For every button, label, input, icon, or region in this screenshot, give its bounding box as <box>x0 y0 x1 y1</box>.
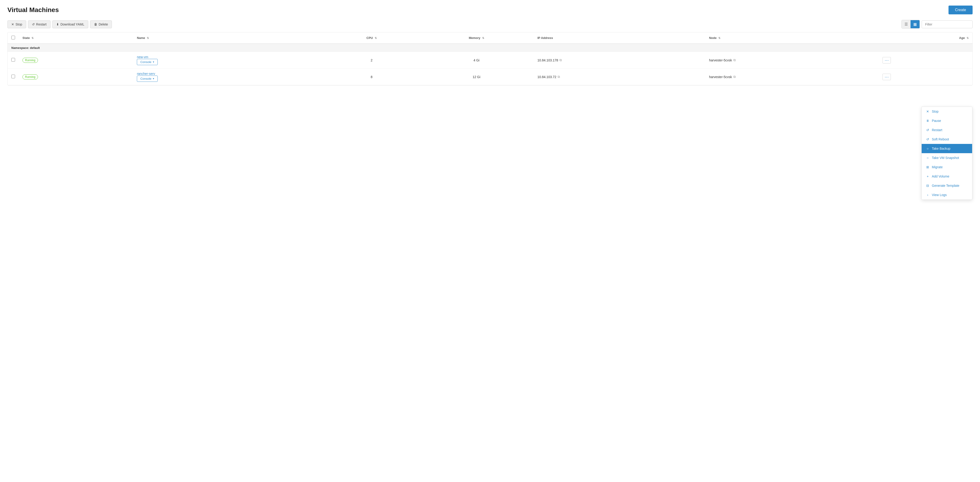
stop-label: Stop <box>932 110 939 113</box>
row-memory: 4 Gi <box>419 52 534 69</box>
generate-template-label: Generate Template <box>932 184 959 187</box>
page-header: Virtual Machines Create <box>7 6 973 14</box>
console-label: Console <box>140 77 151 80</box>
console-button[interactable]: Console▾ <box>137 75 158 82</box>
restart-button[interactable]: ↺ Restart <box>28 21 51 28</box>
namespace-value: default <box>30 46 40 49</box>
delete-label: Delete <box>99 22 108 26</box>
generate-template-icon: ⊟ <box>926 184 929 187</box>
row-age: ⋯ <box>877 69 972 85</box>
download-yaml-label: Download YAML <box>60 22 84 26</box>
migrate-label: Migrate <box>932 165 943 169</box>
cpu-header-label: CPU <box>367 36 373 40</box>
menu-item-soft-reboot[interactable]: ↺ Soft Reboot <box>922 135 972 144</box>
cpu-sort-icon[interactable]: ⇅ <box>375 37 377 39</box>
delete-icon: 🗑 <box>94 22 97 26</box>
row-age: ⋯ <box>877 52 972 69</box>
row-ip: 10.84.103.178 ⧉ <box>534 52 705 69</box>
menu-item-view-logs[interactable]: › View Logs <box>922 190 972 200</box>
stop-icon: ✕ <box>926 110 929 113</box>
copy-node-icon[interactable]: ⧉ <box>733 75 736 79</box>
download-yaml-button[interactable]: ⬇ Download YAML <box>52 21 88 28</box>
row-checkbox-cell <box>8 69 19 85</box>
state-badge: Running <box>22 74 38 80</box>
menu-item-take-backup[interactable]: ○ Take Backup <box>922 144 972 153</box>
row-checkbox[interactable] <box>11 75 15 78</box>
take-backup-label: Take Backup <box>932 147 950 150</box>
vm-name-link[interactable]: rancher-serv <box>137 72 155 75</box>
menu-item-pause[interactable]: ⏸ Pause <box>922 116 972 125</box>
chevron-down-icon: ▾ <box>153 77 154 80</box>
take-vm-snapshot-label: Take VM Snapshot <box>932 156 959 160</box>
menu-item-stop[interactable]: ✕ Stop <box>922 107 972 116</box>
row-state: Running <box>19 52 133 69</box>
copy-ip-icon[interactable]: ⧉ <box>560 58 562 62</box>
row-actions-button[interactable]: ⋯ <box>883 74 891 80</box>
context-menu: ✕ Stop ⏸ Pause ↺ Restart ↺ Soft Reboot ○… <box>921 107 972 200</box>
add-volume-label: Add Volume <box>932 174 950 178</box>
age-header-label: Age <box>959 36 965 40</box>
menu-item-generate-template[interactable]: ⊟ Generate Template <box>922 181 972 190</box>
restart-label: Restart <box>932 128 942 132</box>
view-logs-icon: › <box>926 193 929 197</box>
memory-header-label: Memory <box>469 36 480 40</box>
main-page: Virtual Machines Create ✕ Stop ↺ Restart… <box>0 0 980 482</box>
row-cpu: 2 <box>324 52 419 69</box>
ip-header-label: IP Address <box>538 36 553 40</box>
node-value: harvester-5cvsk <box>709 75 732 79</box>
menu-item-add-volume[interactable]: + Add Volume <box>922 172 972 181</box>
age-sort-icon[interactable]: ⇅ <box>967 37 969 39</box>
state-sort-icon[interactable]: ⇅ <box>32 37 33 39</box>
header-checkbox-cell <box>8 32 19 43</box>
row-state: Running <box>19 69 133 85</box>
list-view-button[interactable]: ☰ <box>902 20 910 28</box>
console-button[interactable]: Console▾ <box>137 59 158 65</box>
restart-label: Restart <box>36 22 46 26</box>
row-actions-button[interactable]: ⋯ <box>883 57 891 64</box>
age-cell: ⋯ <box>881 74 969 80</box>
delete-button[interactable]: 🗑 Delete <box>90 21 112 28</box>
vm-table: State ⇅ Name ⇅ CPU ⇅ Memory ⇅ <box>8 32 972 85</box>
vm-name-link[interactable]: new-vm <box>137 55 148 59</box>
node-sort-icon[interactable]: ⇅ <box>718 37 721 39</box>
add-volume-icon: + <box>926 174 929 178</box>
view-toggle: ☰ ▦ <box>902 20 920 29</box>
node-value: harvester-5cvsk <box>709 58 732 62</box>
download-icon: ⬇ <box>56 22 59 26</box>
chevron-down-icon: ▾ <box>153 61 154 64</box>
name-header-label: Name <box>137 36 145 40</box>
menu-item-take-vm-snapshot[interactable]: ○ Take VM Snapshot <box>922 153 972 163</box>
header-memory: Memory ⇅ <box>419 32 534 43</box>
name-sort-icon[interactable]: ⇅ <box>147 37 149 39</box>
ip-cell: 10.84.103.178 ⧉ <box>538 58 702 62</box>
state-badge: Running <box>22 58 38 63</box>
menu-item-migrate[interactable]: ⊞ Migrate <box>922 163 972 172</box>
filter-input[interactable] <box>922 21 973 28</box>
select-all-checkbox[interactable] <box>11 36 15 39</box>
copy-node-icon[interactable]: ⧉ <box>733 58 736 62</box>
grid-view-button[interactable]: ▦ <box>910 20 920 28</box>
console-label: Console <box>140 60 151 64</box>
age-cell: ⋯ <box>881 57 969 64</box>
row-checkbox-cell <box>8 52 19 69</box>
restart-icon: ↺ <box>32 22 35 26</box>
soft-reboot-icon: ↺ <box>926 137 929 141</box>
table-row: Running rancher-serv Console▾ 8 12 Gi 10… <box>8 69 972 85</box>
row-node: harvester-5cvsk ⧉ <box>705 52 877 69</box>
row-checkbox[interactable] <box>11 58 15 62</box>
header-state: State ⇅ <box>19 32 133 43</box>
copy-ip-icon[interactable]: ⧉ <box>558 75 560 79</box>
table-row: Running new-vm Console▾ 2 4 Gi 10.84.103… <box>8 52 972 69</box>
create-button[interactable]: Create <box>948 6 973 14</box>
migrate-icon: ⊞ <box>926 165 929 169</box>
header-name: Name ⇅ <box>133 32 324 43</box>
row-ip: 10.84.103.72 ⧉ <box>534 69 705 85</box>
header-age: Age ⇅ <box>877 32 972 43</box>
view-logs-label: View Logs <box>932 193 947 197</box>
menu-item-restart[interactable]: ↺ Restart <box>922 125 972 135</box>
pause-label: Pause <box>932 119 941 123</box>
vm-table-container: State ⇅ Name ⇅ CPU ⇅ Memory ⇅ <box>7 32 973 86</box>
node-cell: harvester-5cvsk ⧉ <box>709 58 873 62</box>
memory-sort-icon[interactable]: ⇅ <box>482 37 484 39</box>
stop-button[interactable]: ✕ Stop <box>7 21 26 28</box>
